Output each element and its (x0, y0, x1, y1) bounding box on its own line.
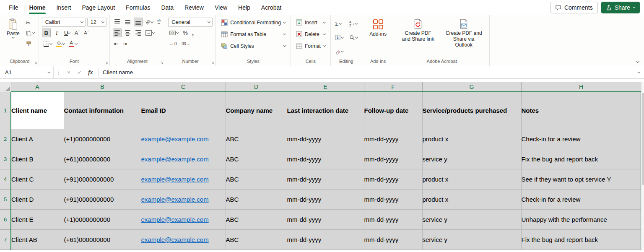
cell-C7-email-link[interactable]: example@example.com (141, 229, 226, 249)
cell-C6-email-link[interactable]: example@example.com (141, 209, 226, 229)
cell-F3[interactable]: mm-dd-yyyy (364, 149, 422, 169)
increase-indent-button[interactable]: ⇥ (122, 39, 129, 49)
decrease-decimal-button[interactable]: .00→ (179, 39, 191, 49)
create-pdf-share-link-button[interactable]: Create PDF and Share link (397, 17, 439, 58)
column-header-B[interactable]: B (64, 82, 141, 92)
menu-tab-page-layout[interactable]: Page Layout (76, 0, 120, 15)
cell-F2[interactable]: mm-dd-yyyy (364, 129, 422, 149)
cell-E1[interactable]: Last interaction date (287, 92, 364, 129)
vertical-scrollbar[interactable] (641, 82, 644, 250)
underline-button[interactable]: U (63, 29, 72, 37)
font-color-button[interactable]: A (68, 39, 78, 49)
cell-C2-email-link[interactable]: example@example.com (141, 129, 226, 149)
italic-button[interactable]: I (52, 29, 61, 37)
sort-filter-button[interactable]: AZ ↓ (348, 19, 359, 29)
align-center-button[interactable] (123, 29, 132, 37)
delete-cells-button[interactable]: Delete (294, 29, 327, 39)
cell-C3-email-link[interactable]: example@example.com (141, 149, 226, 169)
conditional-formatting-button[interactable]: Conditional Formatting (219, 17, 288, 28)
cell-B2[interactable]: (+1)0000000000 (64, 129, 141, 149)
row-header-7[interactable]: 7 (0, 229, 11, 249)
cell-F5[interactable]: mm-dd-yyyy (364, 189, 422, 209)
menu-tab-file[interactable]: File (3, 0, 24, 15)
cell-G6[interactable]: service y (422, 209, 521, 229)
menu-tab-acrobat[interactable]: Acrobat (256, 0, 287, 15)
select-all-button[interactable] (0, 82, 11, 92)
cell-D3[interactable]: ABC (226, 149, 287, 169)
row-header-5[interactable]: 5 (0, 189, 11, 209)
vertical-scrollbar-thumb[interactable] (642, 93, 644, 185)
cell-F4[interactable]: mm-dd-yyyy (364, 169, 422, 189)
fill-color-button[interactable] (55, 39, 66, 49)
cell-E5[interactable]: mm-dd-yyyy (287, 189, 364, 209)
number-dialog-launcher[interactable]: ↘ (211, 61, 215, 65)
cell-A1[interactable]: Client name (11, 92, 64, 129)
formula-bar-drag-handle[interactable]: ⋮ (54, 70, 64, 75)
alignment-dialog-launcher[interactable]: ↘ (161, 61, 164, 65)
autosum-button[interactable]: Σ (334, 19, 345, 29)
row-header-2[interactable]: 2 (0, 129, 11, 149)
cell-A6[interactable]: Client E (11, 209, 64, 229)
cell-E7[interactable]: mm-dd-yyyy (287, 229, 364, 249)
column-header-D[interactable]: D (226, 82, 287, 92)
cell-C4-email-link[interactable]: example@example.com (141, 169, 226, 189)
cell-D6[interactable]: ABC (226, 209, 287, 229)
cell-F7[interactable]: mm-dd-yyyy (364, 229, 422, 249)
comma-style-button[interactable]: , (191, 29, 195, 38)
increase-decimal-button[interactable]: ←.0 (168, 39, 178, 49)
orientation-button[interactable]: ab (144, 18, 154, 27)
font-size-combo[interactable]: 12 (87, 18, 106, 27)
cell-H1[interactable]: Notes (521, 92, 641, 129)
menu-tab-insert[interactable]: Insert (51, 0, 76, 15)
font-name-combo[interactable]: Calibri (42, 18, 86, 27)
cell-D5[interactable]: ABC (226, 189, 287, 209)
cell-G7[interactable]: service y (422, 229, 521, 249)
align-right-button[interactable] (134, 29, 143, 37)
cell-A7[interactable]: Client AB (11, 229, 64, 249)
cell-E2[interactable]: mm-dd-yyyy (287, 129, 364, 149)
merge-center-button[interactable]: ↔ (144, 29, 156, 38)
column-header-C[interactable]: C (141, 82, 226, 92)
font-dialog-launcher[interactable]: ↘ (105, 61, 108, 65)
column-header-H[interactable]: H (521, 82, 641, 92)
row-header-4[interactable]: 4 (0, 169, 11, 189)
insert-cells-button[interactable]: Insert (294, 17, 327, 28)
insert-function-button[interactable]: fx (86, 68, 96, 77)
cell-G2[interactable]: product x (422, 129, 521, 149)
share-button[interactable]: Share (601, 2, 640, 13)
cell-H6[interactable]: Unhappy with the performance (521, 209, 641, 229)
column-header-F[interactable]: F (364, 82, 422, 92)
menu-tab-formulas[interactable]: Formulas (120, 0, 156, 15)
cancel-button[interactable]: × (64, 68, 74, 77)
cell-A3[interactable]: Client B (11, 149, 64, 169)
create-pdf-outlook-button[interactable]: Create PDF and Share via Outlook (441, 17, 486, 58)
wrap-text-button[interactable]: ab↩ (156, 18, 162, 27)
cell-B6[interactable]: (+1)0000000000 (64, 209, 141, 229)
format-painter-button[interactable] (25, 39, 36, 48)
clipboard-dialog-launcher[interactable]: ↘ (34, 61, 37, 65)
shrink-font-button[interactable]: A↓ (83, 29, 90, 38)
cell-E4[interactable]: mm-dd-yyyy (287, 169, 364, 189)
cell-G1[interactable]: Service/products purchased (422, 92, 521, 129)
row-header-1[interactable]: 1 (0, 92, 11, 129)
column-header-A[interactable]: A (11, 82, 64, 92)
cell-E6[interactable]: mm-dd-yyyy (287, 209, 364, 229)
cell-D1[interactable]: Company name (226, 92, 287, 129)
paste-button[interactable]: Paste (4, 17, 23, 58)
align-bottom-button[interactable] (134, 18, 143, 26)
cell-B7[interactable]: (+61)000000000 (64, 229, 141, 249)
cell-H4[interactable]: See if they want to opt service Y (521, 169, 641, 189)
cell-B4[interactable]: (+91)0000000000 (64, 169, 141, 189)
align-middle-button[interactable] (123, 18, 132, 26)
cell-H3[interactable]: Fix the bug and report back (521, 149, 641, 169)
bold-button[interactable]: B (42, 29, 51, 37)
cell-F6[interactable]: mm-dd-yyyy (364, 209, 422, 229)
addins-button[interactable]: Add-ins (366, 17, 390, 58)
number-format-combo[interactable]: General (168, 18, 213, 27)
cell-G4[interactable]: product x (422, 169, 521, 189)
column-header-G[interactable]: G (422, 82, 521, 92)
format-cells-button[interactable]: Format (294, 41, 327, 51)
format-as-table-button[interactable]: Format as Table (219, 29, 288, 39)
menu-tab-data[interactable]: Data (156, 0, 179, 15)
enter-button[interactable]: ✓ (75, 68, 85, 77)
